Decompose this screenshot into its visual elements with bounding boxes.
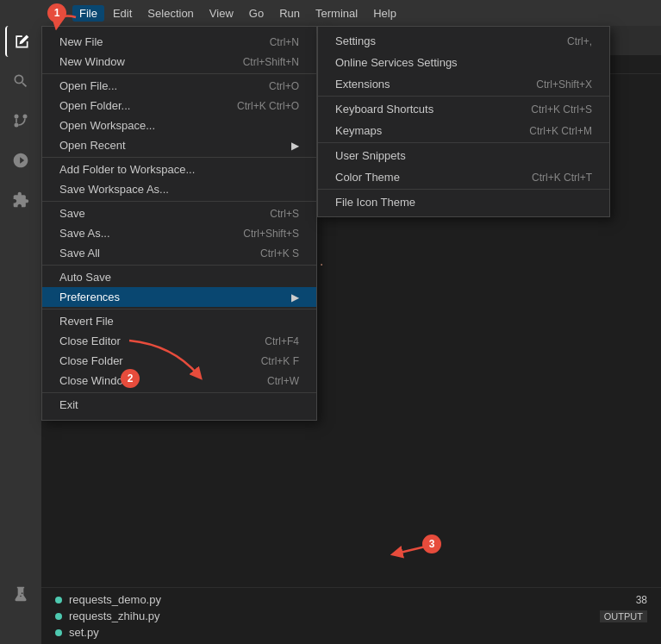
pref-keymaps-shortcut: Ctrl+K Ctrl+M xyxy=(529,125,592,137)
new-file-shortcut: Ctrl+N xyxy=(270,36,299,48)
preferences-submenu: Settings Ctrl+, Online Services Settings… xyxy=(317,26,610,217)
menu-open-recent[interactable]: Open Recent ▶ xyxy=(42,135,316,155)
save-all-label: Save All xyxy=(59,247,100,259)
output-badge: OUTPUT xyxy=(600,610,647,622)
activity-icon-search[interactable] xyxy=(5,66,36,97)
menu-view[interactable]: View xyxy=(203,5,240,22)
file-entry-requests-demo[interactable]: requests_demo.py 38 xyxy=(41,591,661,608)
file-name-set: set.py xyxy=(69,626,99,639)
pref-extensions-label: Extensions xyxy=(335,78,390,91)
save-label: Save xyxy=(59,207,85,220)
menu-exit[interactable]: Exit xyxy=(42,395,316,415)
menu-edit[interactable]: Edit xyxy=(106,5,139,22)
file-name-requests-zhihu: requests_zhihu.py xyxy=(69,610,160,622)
open-folder-shortcut: Ctrl+K Ctrl+O xyxy=(237,100,299,112)
menu-terminal[interactable]: Terminal xyxy=(309,5,365,22)
open-folder-label: Open Folder... xyxy=(59,99,130,112)
activity-icon-extensions[interactable] xyxy=(5,184,36,216)
menu-open-folder[interactable]: Open Folder... Ctrl+K Ctrl+O xyxy=(42,96,316,116)
activity-icon-flask[interactable] xyxy=(5,578,36,610)
pref-color-theme-label: Color Theme xyxy=(335,171,400,184)
file-dot-icon xyxy=(55,597,62,603)
menu-run[interactable]: Run xyxy=(272,5,307,22)
activity-icon-run[interactable] xyxy=(5,145,36,176)
menu-go[interactable]: Go xyxy=(242,5,271,22)
new-window-label: New Window xyxy=(59,55,125,68)
save-all-shortcut: Ctrl+K S xyxy=(260,247,299,259)
menu-selection[interactable]: Selection xyxy=(140,5,200,22)
pref-color-theme-shortcut: Ctrl+K Ctrl+T xyxy=(532,172,592,184)
file-count-38: 38 xyxy=(636,594,647,606)
file-dot-icon-3 xyxy=(55,629,62,636)
pref-settings-label: Settings xyxy=(335,34,376,47)
pref-extensions[interactable]: Extensions Ctrl+Shift+X xyxy=(318,73,609,97)
menu-save-as[interactable]: Save As... Ctrl+Shift+S xyxy=(42,223,316,243)
preferences-label: Preferences xyxy=(59,291,120,303)
pref-file-icon-theme-label: File Icon Theme xyxy=(335,196,415,209)
menu-save-workspace[interactable]: Save Workspace As... xyxy=(42,179,316,199)
open-recent-label: Open Recent xyxy=(59,139,126,152)
menu-help[interactable]: Help xyxy=(366,5,403,22)
menu-section-workspace: Add Folder to Workspace... Save Workspac… xyxy=(42,158,316,202)
menu-save-all[interactable]: Save All Ctrl+K S xyxy=(42,243,316,263)
save-as-label: Save As... xyxy=(59,227,110,240)
badge-3-number: 3 xyxy=(429,538,435,550)
svg-point-2 xyxy=(23,115,28,119)
svg-point-1 xyxy=(15,115,19,119)
activity-icon-source-control[interactable] xyxy=(5,105,36,136)
svg-point-0 xyxy=(15,123,19,128)
menu-section-save: Save Ctrl+S Save As... Ctrl+Shift+S Save… xyxy=(42,202,316,266)
pref-user-snippets[interactable]: User Snippets xyxy=(318,145,609,166)
menu-section-exit: Exit xyxy=(42,393,316,416)
exit-label: Exit xyxy=(59,398,78,411)
open-file-shortcut: Ctrl+O xyxy=(269,80,299,92)
menu-auto-save[interactable]: Auto Save xyxy=(42,267,316,287)
file-list-panel: requests_demo.py 38 requests_zhihu.py OU… xyxy=(41,587,661,644)
file-name-requests-demo: requests_demo.py xyxy=(69,593,161,606)
menu-section-autosave: Auto Save Preferences ▶ xyxy=(42,266,316,309)
menu-section-open: Open File... Ctrl+O Open Folder... Ctrl+… xyxy=(42,74,316,158)
pref-online-services-label: Online Services Settings xyxy=(335,56,458,69)
add-folder-label: Add Folder to Workspace... xyxy=(59,163,195,176)
open-file-label: Open File... xyxy=(59,79,117,92)
pref-user-snippets-label: User Snippets xyxy=(335,149,406,162)
auto-save-label: Auto Save xyxy=(59,271,111,284)
menu-open-workspace[interactable]: Open Workspace... xyxy=(42,116,316,135)
close-editor-shortcut: Ctrl+F4 xyxy=(265,335,299,347)
activity-bar xyxy=(0,0,41,644)
badge-1: 1 xyxy=(47,3,66,22)
activity-icon-explorer[interactable] xyxy=(5,26,36,57)
new-window-shortcut: Ctrl+Shift+N xyxy=(243,56,299,68)
save-workspace-label: Save Workspace As... xyxy=(59,183,169,196)
pref-keyboard-shortcuts-label: Keyboard Shortcuts xyxy=(335,103,433,116)
file-entry-requests-zhihu[interactable]: requests_zhihu.py OUTPUT xyxy=(41,608,661,624)
menu-open-file[interactable]: Open File... Ctrl+O xyxy=(42,76,316,96)
pref-keymaps[interactable]: Keymaps Ctrl+K Ctrl+M xyxy=(318,120,609,143)
pref-settings[interactable]: Settings Ctrl+, xyxy=(318,30,609,52)
pref-extensions-shortcut: Ctrl+Shift+X xyxy=(536,78,592,91)
menu-new-window[interactable]: New Window Ctrl+Shift+N xyxy=(42,52,316,72)
file-dot-icon-2 xyxy=(55,613,62,620)
save-as-shortcut: Ctrl+Shift+S xyxy=(243,228,299,240)
save-shortcut: Ctrl+S xyxy=(270,208,299,220)
pref-keymaps-label: Keymaps xyxy=(335,124,382,137)
file-entry-set[interactable]: set.py xyxy=(41,624,661,641)
arrow-2 xyxy=(86,328,215,397)
pref-color-theme[interactable]: Color Theme Ctrl+K Ctrl+T xyxy=(318,166,609,190)
pref-settings-shortcut: Ctrl+, xyxy=(567,35,592,47)
revert-file-label: Revert File xyxy=(59,315,114,328)
menu-bar: File Edit Selection View Go Run Terminal… xyxy=(0,0,661,26)
pref-keyboard-shortcuts-shortcut: Ctrl+K Ctrl+S xyxy=(531,103,592,116)
menu-save[interactable]: Save Ctrl+S xyxy=(42,203,316,223)
submenu-arrow-icon: ▶ xyxy=(291,140,299,152)
pref-online-services[interactable]: Online Services Settings xyxy=(318,52,609,73)
badge-2-number: 2 xyxy=(128,372,134,385)
menu-add-folder[interactable]: Add Folder to Workspace... xyxy=(42,159,316,179)
pref-keyboard-shortcuts[interactable]: Keyboard Shortcuts Ctrl+K Ctrl+S xyxy=(318,98,609,120)
menu-preferences[interactable]: Preferences ▶ xyxy=(42,287,316,307)
close-folder-shortcut: Ctrl+K F xyxy=(261,355,299,367)
open-workspace-label: Open Workspace... xyxy=(59,119,155,132)
preferences-arrow-icon: ▶ xyxy=(291,291,299,303)
pref-file-icon-theme[interactable]: File Icon Theme xyxy=(318,191,609,213)
close-window-shortcut: Ctrl+W xyxy=(267,375,299,387)
